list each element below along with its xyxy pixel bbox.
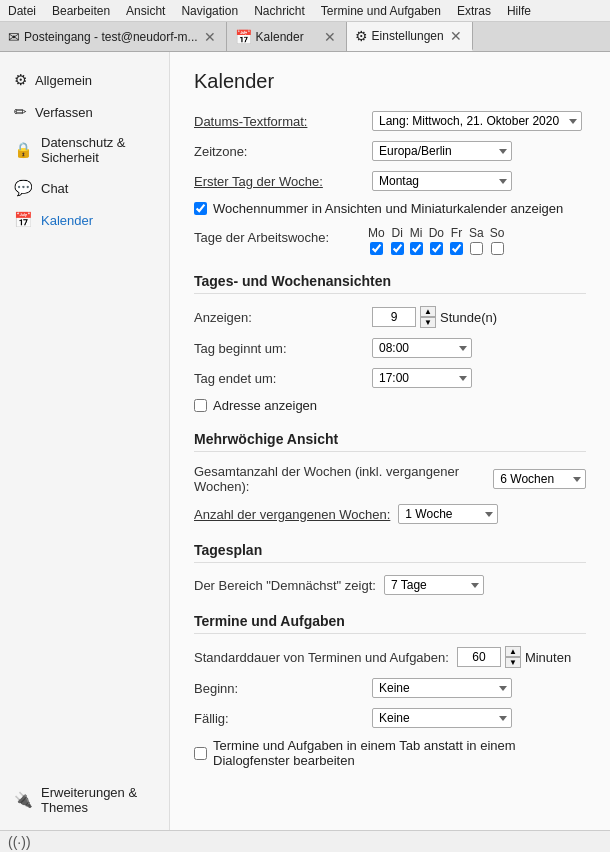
daily-weekly-header: Tages- und Wochenansichten [194, 273, 586, 294]
sidebar-label-verfassen: Verfassen [35, 105, 93, 120]
show-address-row: Adresse anzeigen [194, 398, 586, 413]
sidebar-label-chat: Chat [41, 181, 68, 196]
sidebar-item-extensions[interactable]: 🔌 Erweiterungen & Themes [0, 778, 170, 822]
menu-extras[interactable]: Extras [453, 4, 495, 18]
settings-icon: ⚙ [355, 28, 368, 44]
weekday-so-checkbox[interactable] [491, 242, 504, 255]
weekday-do: Do [429, 226, 444, 255]
weekdays-grid: Mo Di Mi Do Fr [368, 226, 504, 255]
duration-input[interactable] [457, 647, 501, 667]
timezone-select[interactable]: Europa/Berlin [372, 141, 512, 161]
first-day-label: Erster Tag der Woche: [194, 174, 364, 189]
open-in-tab-checkbox[interactable] [194, 747, 207, 760]
weekday-sa-checkbox[interactable] [470, 242, 483, 255]
weekday-do-checkbox[interactable] [430, 242, 443, 255]
show-hours-row: Anzeigen: ▲ ▼ Stunde(n) [194, 306, 586, 328]
weekday-fr: Fr [450, 226, 463, 255]
past-weeks-select[interactable]: 1 Woche [398, 504, 498, 524]
due-label: Fällig: [194, 711, 364, 726]
due-select[interactable]: Keine [372, 708, 512, 728]
upcoming-label: Der Bereich "Demnächst" zeigt: [194, 578, 376, 593]
day-end-select[interactable]: 17:00 [372, 368, 472, 388]
upcoming-select[interactable]: 7 Tage [384, 575, 484, 595]
week-number-label: Wochennummer in Ansichten und Miniaturka… [213, 201, 563, 216]
duration-down-button[interactable]: ▼ [505, 657, 521, 668]
pencil-icon: ✏ [14, 103, 27, 121]
total-weeks-select[interactable]: 6 Wochen [493, 469, 586, 489]
weekday-fr-checkbox[interactable] [450, 242, 463, 255]
main-layout: ⚙ Allgemein ✏ Verfassen 🔒 Datenschutz & … [0, 52, 610, 830]
weekday-do-label: Do [429, 226, 444, 240]
tab-calendar[interactable]: 📅 Kalender ✕ [227, 22, 347, 51]
menubar: Datei Bearbeiten Ansicht Navigation Nach… [0, 0, 610, 22]
tab-inbox[interactable]: ✉ Posteingang - test@neudorf-m... ✕ [0, 22, 227, 51]
calendar-icon: 📅 [235, 29, 252, 45]
menu-termine[interactable]: Termine und Aufgaben [317, 4, 445, 18]
menu-hilfe[interactable]: Hilfe [503, 4, 535, 18]
tab-settings-label: Einstellungen [372, 29, 444, 43]
multi-week-header: Mehrwöchige Ansicht [194, 431, 586, 452]
day-end-row: Tag endet um: 17:00 [194, 368, 586, 388]
sidebar-item-allgemein[interactable]: ⚙ Allgemein [0, 64, 169, 96]
show-address-checkbox[interactable] [194, 399, 207, 412]
hours-input[interactable] [372, 307, 416, 327]
gear-icon: ⚙ [14, 71, 27, 89]
tab-calendar-label: Kalender [256, 30, 304, 44]
weekday-di: Di [391, 226, 404, 255]
menu-nachricht[interactable]: Nachricht [250, 4, 309, 18]
weekday-sa-label: Sa [469, 226, 484, 240]
sidebar-label-extensions: Erweiterungen & Themes [41, 785, 156, 815]
day-start-label: Tag beginnt um: [194, 341, 364, 356]
menu-ansicht[interactable]: Ansicht [122, 4, 169, 18]
menu-navigation[interactable]: Navigation [177, 4, 242, 18]
past-weeks-label: Anzahl der vergangenen Wochen: [194, 507, 390, 522]
extensions-icon: 🔌 [14, 791, 33, 809]
sidebar-label-datenschutz: Datenschutz & Sicherheit [41, 135, 155, 165]
start-label: Beginn: [194, 681, 364, 696]
chat-icon: 💬 [14, 179, 33, 197]
weekday-mi-checkbox[interactable] [410, 242, 423, 255]
sidebar-item-kalender[interactable]: 📅 Kalender [0, 204, 169, 236]
timezone-row: Zeitzone: Europa/Berlin [194, 141, 586, 161]
duration-up-button[interactable]: ▲ [505, 646, 521, 657]
tab-calendar-close[interactable]: ✕ [322, 29, 338, 45]
first-day-select[interactable]: Montag [372, 171, 512, 191]
hours-up-button[interactable]: ▲ [420, 306, 436, 317]
sidebar-item-datenschutz[interactable]: 🔒 Datenschutz & Sicherheit [0, 128, 169, 172]
weekday-so-label: So [490, 226, 505, 240]
kalender-icon: 📅 [14, 211, 33, 229]
weekdays-label: Tage der Arbeitswoche: [194, 226, 364, 245]
date-format-select[interactable]: Lang: Mittwoch, 21. Oktober 2020 [372, 111, 582, 131]
sidebar-label-kalender: Kalender [41, 213, 93, 228]
week-number-row: Wochennummer in Ansichten und Miniaturka… [194, 201, 586, 216]
sidebar-label-allgemein: Allgemein [35, 73, 92, 88]
lock-icon: 🔒 [14, 141, 33, 159]
content-area: Kalender Datums-Textformat: Lang: Mittwo… [170, 52, 610, 830]
sidebar-item-chat[interactable]: 💬 Chat [0, 172, 169, 204]
past-weeks-row: Anzahl der vergangenen Wochen: 1 Woche [194, 504, 586, 524]
weekday-mi-label: Mi [410, 226, 423, 240]
duration-unit: Minuten [525, 650, 571, 665]
day-start-row: Tag beginnt um: 08:00 [194, 338, 586, 358]
day-plan-header: Tagesplan [194, 542, 586, 563]
weekday-mo-checkbox[interactable] [370, 242, 383, 255]
start-select[interactable]: Keine [372, 678, 512, 698]
sidebar-item-verfassen[interactable]: ✏ Verfassen [0, 96, 169, 128]
day-start-select[interactable]: 08:00 [372, 338, 472, 358]
weekday-di-checkbox[interactable] [391, 242, 404, 255]
week-number-checkbox[interactable] [194, 202, 207, 215]
tab-settings-close[interactable]: ✕ [448, 28, 464, 44]
menu-datei[interactable]: Datei [4, 4, 40, 18]
weekday-mo: Mo [368, 226, 385, 255]
weekdays-row: Tage der Arbeitswoche: Mo Di Mi Do [194, 226, 586, 255]
duration-spinner: ▲ ▼ Minuten [457, 646, 571, 668]
tab-inbox-close[interactable]: ✕ [202, 29, 218, 45]
wireless-icon: ((·)) [8, 834, 31, 850]
open-in-tab-row: Termine und Aufgaben in einem Tab anstat… [194, 738, 586, 768]
inbox-icon: ✉ [8, 29, 20, 45]
upcoming-row: Der Bereich "Demnächst" zeigt: 7 Tage [194, 575, 586, 595]
menu-bearbeiten[interactable]: Bearbeiten [48, 4, 114, 18]
first-day-row: Erster Tag der Woche: Montag [194, 171, 586, 191]
tab-settings[interactable]: ⚙ Einstellungen ✕ [347, 22, 473, 51]
hours-down-button[interactable]: ▼ [420, 317, 436, 328]
